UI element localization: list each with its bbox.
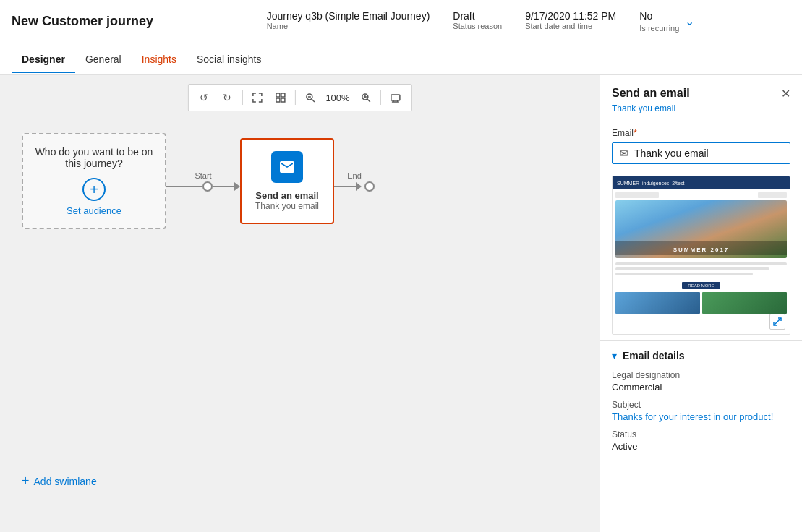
line-1: [166, 186, 202, 187]
required-indicator: *: [634, 128, 637, 138]
email-field-label: Email*: [612, 128, 790, 138]
preview-body: SUMMER 2017 READ MORE: [613, 189, 790, 334]
add-swimlane-label: Add swimlane: [34, 476, 97, 487]
tab-designer[interactable]: Designer: [12, 46, 75, 72]
preview-hero-image: SUMMER 2017: [615, 200, 787, 258]
recurring-value: No: [639, 10, 652, 22]
subject-value: Thanks for your interest in our product!: [612, 411, 790, 422]
connector-line-1: [166, 181, 240, 192]
details-chevron-icon: ▾: [612, 350, 617, 361]
tab-social-insights[interactable]: Social insights: [187, 46, 272, 72]
svg-rect-1: [281, 93, 284, 97]
preview-content: SUMMER_indulgences_2/test SUMMER 2017: [613, 176, 790, 334]
tabs-bar: Designer General Insights Social insight…: [0, 43, 802, 75]
svg-line-8: [367, 99, 370, 102]
legal-designation-field: Legal designation Commercial: [612, 370, 790, 392]
journey-name-meta: Journey q3b (Simple Email Journey) Name: [267, 10, 430, 33]
tab-general[interactable]: General: [75, 46, 132, 72]
svg-rect-0: [276, 93, 279, 97]
status-detail-label: Status: [612, 429, 790, 439]
status-meta: Draft Status reason: [453, 10, 502, 33]
text-line-2: [615, 267, 769, 270]
panel-header: Send an email ✕: [600, 75, 802, 103]
connector-start: Start: [166, 171, 240, 192]
expand-preview-button[interactable]: [769, 314, 785, 330]
preview-text-lines: [615, 261, 787, 279]
end-node: [364, 181, 375, 192]
subject-label: Subject: [612, 400, 790, 410]
preview-hero-text: SUMMER 2017: [673, 246, 730, 253]
grid-icon[interactable]: [270, 87, 290, 108]
status-field: Status Active: [612, 429, 790, 452]
zoom-in-button[interactable]: [356, 87, 376, 108]
expand-icon[interactable]: [247, 87, 267, 108]
svg-rect-3: [281, 98, 284, 102]
email-preview: SUMMER_indulgences_2/test SUMMER 2017: [612, 176, 790, 335]
header-meta: Journey q3b (Simple Email Journey) Name …: [171, 10, 790, 33]
email-input-value: Thank you email: [634, 147, 782, 159]
preview-hero-overlay: SUMMER 2017: [615, 241, 787, 255]
details-header[interactable]: ▾ Email details: [612, 350, 790, 361]
close-panel-button[interactable]: ✕: [781, 87, 790, 100]
top-header: New Customer journey Journey q3b (Simple…: [0, 0, 802, 43]
journey-name-label: Name: [267, 22, 288, 30]
page-title: New Customer journey: [12, 14, 171, 29]
step-title: Send an email: [255, 190, 318, 201]
preview-header-text: SUMMER_indulgences_2/test: [617, 181, 684, 186]
email-input-box[interactable]: ✉ Thank you email: [612, 142, 790, 164]
set-audience-link[interactable]: Set audience: [67, 205, 121, 216]
panel-title-container: Send an email: [612, 87, 690, 100]
right-panel: Send an email ✕ Thank you email Email* ✉…: [600, 75, 802, 532]
legal-designation-label: Legal designation: [612, 370, 790, 380]
text-line-3: [615, 273, 753, 275]
line-3: [334, 186, 356, 187]
datetime-label: Start date and time: [525, 22, 592, 30]
email-step: Send an email Thank you email: [240, 138, 334, 224]
arrow-2: [356, 182, 362, 191]
recurring-label: Is recurring: [639, 24, 679, 33]
email-step-icon: [271, 151, 303, 183]
panel-subtitle: Thank you email: [600, 103, 802, 122]
zoom-out-button[interactable]: [299, 87, 320, 108]
svg-rect-11: [391, 95, 400, 100]
fit-screen-button[interactable]: [385, 87, 406, 108]
recurring-meta: No Is recurring ⌄: [639, 10, 694, 33]
preview-top-row: [615, 192, 787, 198]
canvas-area: ↺ ↻: [0, 75, 600, 532]
status-detail-value: Active: [612, 441, 790, 452]
add-swimlane-button[interactable]: + Add swimlane: [22, 473, 97, 489]
start-node: [202, 181, 213, 192]
preview-cta-btn: READ MORE: [682, 282, 720, 289]
add-audience-button[interactable]: +: [82, 178, 106, 201]
audience-question: Who do you want to be on this journey?: [35, 146, 153, 169]
email-details-section: ▾ Email details Legal designation Commer…: [600, 340, 802, 468]
email-icon: ✉: [620, 147, 628, 159]
toolbar-separator-3: [380, 90, 381, 105]
tab-insights[interactable]: Insights: [132, 46, 187, 72]
step-subtitle: Thank you email: [255, 201, 319, 211]
preview-btn-row: READ MORE: [615, 282, 787, 289]
end-label: End: [347, 171, 362, 180]
plus-icon: +: [22, 473, 30, 489]
recurring-chevron-icon[interactable]: ⌄: [685, 14, 694, 28]
toolbar-separator-2: [294, 90, 295, 105]
redo-button[interactable]: ↻: [217, 87, 237, 108]
line-2: [213, 186, 234, 187]
undo-button[interactable]: ↺: [194, 87, 214, 108]
toolbar-separator-1: [242, 90, 242, 105]
svg-line-5: [311, 99, 314, 102]
arrow-1: [234, 182, 240, 191]
legal-designation-value: Commercial: [612, 382, 790, 392]
email-step-card[interactable]: Send an email Thank you email: [240, 138, 334, 224]
preview-grid: [615, 292, 787, 314]
connector-end: End: [334, 171, 375, 192]
audience-box: Who do you want to be on this journey? +…: [22, 133, 166, 229]
datetime-value: 9/17/2020 11:52 PM: [525, 10, 616, 22]
email-field-section: Email* ✉ Thank you email: [600, 122, 802, 170]
status-label: Status reason: [453, 22, 502, 30]
status-value: Draft: [453, 10, 474, 22]
connector-line-2: [334, 181, 375, 192]
zoom-label: 100%: [323, 93, 352, 103]
preview-grid-item-1: [615, 292, 700, 314]
subject-field: Subject Thanks for your interest in our …: [612, 400, 790, 422]
